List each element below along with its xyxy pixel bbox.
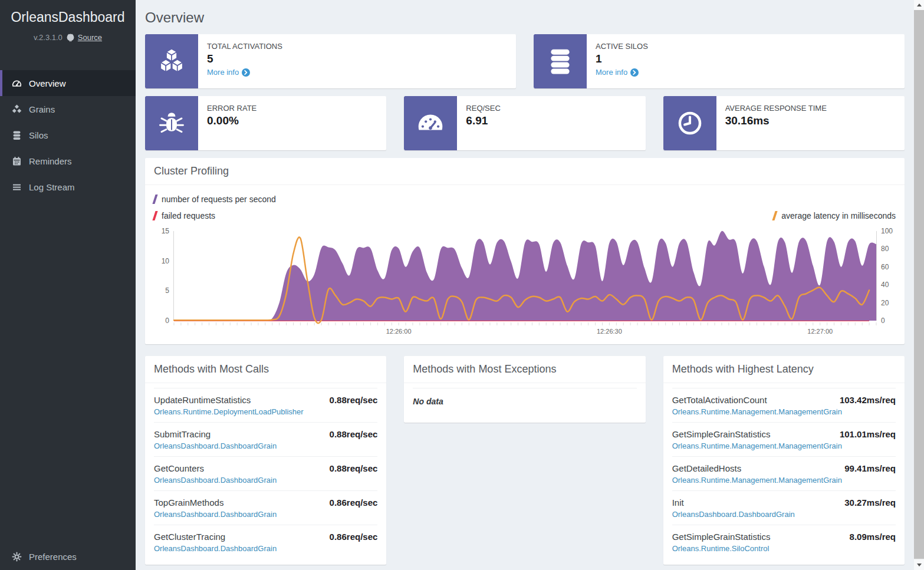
gauge-icon xyxy=(12,78,22,88)
scrollbar-up-button[interactable] xyxy=(914,0,924,10)
arrow-circle-right-icon xyxy=(630,68,639,77)
method-value: 0.88req/sec xyxy=(330,463,378,473)
page-title: Overview xyxy=(145,0,905,34)
cubes-icon xyxy=(12,104,22,114)
gear-icon xyxy=(12,552,22,562)
legend-requests: number of requests per second xyxy=(154,195,276,204)
method-value: 99.41ms/req xyxy=(844,463,896,473)
sidebar-item-log-stream[interactable]: Log Stream xyxy=(0,174,136,200)
panel-title: Cluster Profiling xyxy=(145,158,905,185)
stat-card-active-silos: ACTIVE SILOS 1 More info xyxy=(534,34,905,88)
grain-link[interactable]: OrleansDashboard.DashboardGrain xyxy=(672,510,896,519)
stat-value: 6.91 xyxy=(466,114,501,127)
method-name: SubmitTracing xyxy=(154,429,211,439)
method-row: UpdateRuntimeStatistics0.88req/sec Orlea… xyxy=(154,388,377,422)
methods-most-calls-panel: Methods with Most Calls UpdateRuntimeSta… xyxy=(145,356,386,565)
stat-label: ERROR RATE xyxy=(207,104,257,113)
clock-icon xyxy=(663,96,716,150)
sidebar-item-grains[interactable]: Grains xyxy=(0,96,136,122)
sidebar-item-label: Reminders xyxy=(29,156,72,166)
database-icon xyxy=(12,130,22,140)
grain-link[interactable]: Orleans.Runtime.Management.ManagementGra… xyxy=(672,476,896,485)
grain-link[interactable]: OrleansDashboard.DashboardGrain xyxy=(154,544,377,553)
app-title: OrleansDashboard xyxy=(5,9,131,25)
stat-value: 1 xyxy=(596,52,648,65)
more-info-link[interactable]: More info xyxy=(207,68,250,77)
cluster-chart: 05101502040608010012:26:0012:26:3012:27:… xyxy=(154,228,896,340)
methods-most-exceptions-panel: Methods with Most Exceptions No data xyxy=(404,356,645,423)
stat-card-total-activations: TOTAL ACTIVATIONS 5 More info xyxy=(145,34,516,88)
svg-text:60: 60 xyxy=(881,263,889,271)
grain-link[interactable]: OrleansDashboard.DashboardGrain xyxy=(154,441,377,450)
method-name: GetClusterTracing xyxy=(154,532,225,542)
brand: OrleansDashboard v.2.3.1.0 Source xyxy=(0,0,136,42)
stat-value: 30.16ms xyxy=(725,114,827,127)
sidebar-item-reminders[interactable]: Reminders xyxy=(0,148,136,174)
legend-slash-red xyxy=(152,211,157,220)
method-row: SubmitTracing0.88req/sec OrleansDashboar… xyxy=(154,422,377,456)
svg-text:100: 100 xyxy=(881,228,893,235)
svg-text:12:26:00: 12:26:00 xyxy=(386,328,412,335)
panel-title: Methods with Most Exceptions xyxy=(404,356,645,383)
method-name: GetSimpleGrainStatistics xyxy=(672,429,771,439)
database-icon xyxy=(534,34,587,88)
method-value: 101.01ms/req xyxy=(840,429,896,439)
sidebar-item-label: Log Stream xyxy=(29,182,75,192)
svg-text:80: 80 xyxy=(881,245,889,253)
grain-link[interactable]: OrleansDashboard.DashboardGrain xyxy=(154,476,377,485)
svg-text:12:26:30: 12:26:30 xyxy=(597,328,622,335)
svg-text:0: 0 xyxy=(881,317,885,325)
stat-label: REQ/SEC xyxy=(466,104,501,113)
cubes-icon xyxy=(145,34,198,88)
sidebar-item-label: Overview xyxy=(29,78,66,88)
grain-link[interactable]: Orleans.Runtime.Management.ManagementGra… xyxy=(672,407,896,416)
scrollbar-down-button[interactable] xyxy=(914,560,924,570)
method-row: GetDetailedHosts99.41ms/req Orleans.Runt… xyxy=(672,456,896,490)
legend-latency: average latency in milliseconds xyxy=(774,211,896,220)
github-icon xyxy=(66,33,75,42)
svg-text:12:27:00: 12:27:00 xyxy=(807,328,833,335)
scrollbar-thumb[interactable] xyxy=(914,10,924,559)
sidebar: OrleansDashboard v.2.3.1.0 Source xyxy=(0,0,136,570)
sidebar-item-silos[interactable]: Silos xyxy=(0,122,136,148)
method-row: GetCounters0.88req/sec OrleansDashboard.… xyxy=(154,456,377,490)
stat-value: 0.00% xyxy=(207,114,257,127)
svg-text:15: 15 xyxy=(162,228,170,235)
calendar-icon xyxy=(12,156,22,166)
more-info-link[interactable]: More info xyxy=(596,68,639,77)
svg-text:40: 40 xyxy=(881,281,889,289)
grain-link[interactable]: Orleans.Runtime.SiloControl xyxy=(672,544,896,553)
app-version: v.2.3.1.0 xyxy=(34,33,63,42)
panel-title: Methods with Most Calls xyxy=(145,356,386,383)
grain-link[interactable]: Orleans.Runtime.Management.ManagementGra… xyxy=(672,441,896,450)
tachometer-icon xyxy=(404,96,457,150)
sidebar-item-label: Grains xyxy=(29,104,55,114)
methods-highest-latency-panel: Methods with Highest Latency GetTotalAct… xyxy=(663,356,905,565)
method-name: Init xyxy=(672,497,684,508)
sidebar-item-overview[interactable]: Overview xyxy=(0,70,136,96)
no-data-text: No data xyxy=(413,388,636,417)
legend-slash-purple xyxy=(152,195,157,204)
preferences-label: Preferences xyxy=(29,552,77,562)
svg-text:10: 10 xyxy=(162,257,170,265)
method-name: GetDetailedHosts xyxy=(672,463,742,473)
sidebar-item-label: Silos xyxy=(29,130,48,140)
sidebar-nav: Overview Grains Silos xyxy=(0,70,136,200)
method-row: GetTotalActivationCount103.42ms/req Orle… xyxy=(672,388,896,422)
panel-title: Methods with Highest Latency xyxy=(663,356,905,383)
main-content: Overview TOTAL ACTIVATIONS 5 More info xyxy=(136,0,914,570)
stat-card-error-rate: ERROR RATE 0.00% xyxy=(145,96,386,150)
grain-link[interactable]: Orleans.Runtime.DeploymentLoadPublisher xyxy=(154,407,377,416)
method-value: 8.09ms/req xyxy=(850,532,896,542)
method-row: Init30.27ms/req OrleansDashboard.Dashboa… xyxy=(672,490,896,525)
arrow-circle-right-icon xyxy=(242,68,250,77)
method-row: GetClusterTracing0.86req/sec OrleansDash… xyxy=(154,525,377,559)
stat-card-req-sec: REQ/SEC 6.91 xyxy=(404,96,645,150)
grain-link[interactable]: OrleansDashboard.DashboardGrain xyxy=(154,510,377,519)
method-value: 30.27ms/req xyxy=(844,497,896,508)
method-value: 0.88req/sec xyxy=(330,429,378,439)
sidebar-item-preferences[interactable]: Preferences xyxy=(0,543,136,570)
source-link[interactable]: Source xyxy=(66,33,102,42)
method-value: 103.42ms/req xyxy=(840,395,896,405)
list-icon xyxy=(12,182,22,192)
